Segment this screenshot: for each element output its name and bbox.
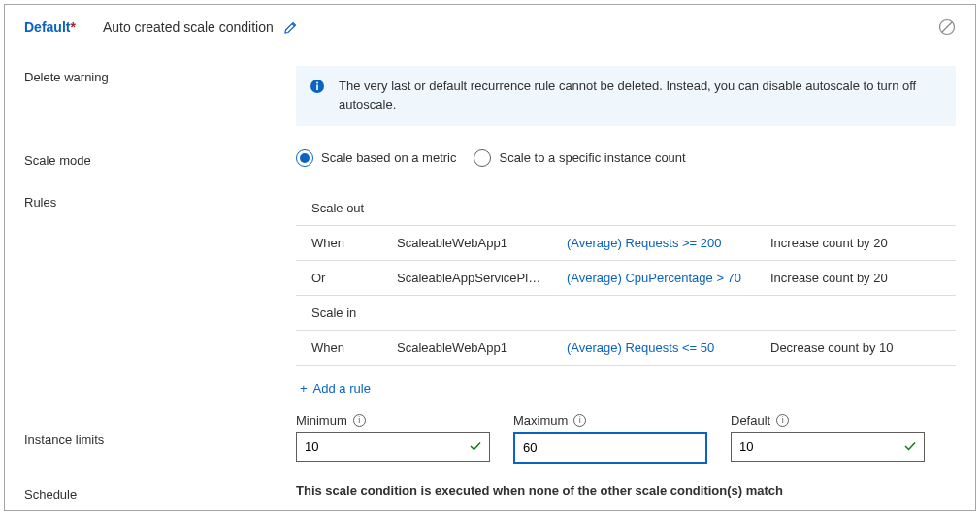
radio-scale-metric[interactable]: Scale based on a metric	[296, 149, 456, 167]
radio-label: Scale based on a metric	[321, 150, 456, 165]
scale-in-header: Scale in	[296, 296, 956, 331]
rules-table: Scale out When ScaleableWebApp1 (Average…	[296, 191, 956, 366]
rules-label: Rules	[24, 191, 296, 209]
info-banner: The very last or default recurrence rule…	[296, 66, 956, 126]
info-banner-text: The very last or default recurrence rule…	[339, 79, 916, 112]
rule-metric-link[interactable]: (Average) Requests <= 50	[567, 340, 770, 355]
rule-metric-link[interactable]: (Average) CpuPercentage > 70	[567, 271, 770, 285]
rule-action: Increase count by 20	[770, 236, 940, 250]
maximum-label: Maximum	[513, 413, 568, 428]
instance-limits-label: Instance limits	[24, 413, 296, 447]
table-row[interactable]: When ScaleableWebApp1 (Average) Requests…	[296, 331, 956, 366]
rules-row: Rules Scale out When ScaleableWebApp1 (A…	[5, 191, 975, 407]
scale-mode-label: Scale mode	[24, 149, 296, 168]
rule-resource: ScaleableWebApp1	[397, 236, 567, 250]
rule-metric-link[interactable]: (Average) Requests >= 200	[567, 236, 770, 250]
svg-point-3	[316, 82, 318, 84]
rule-action: Increase count by 20	[770, 271, 940, 285]
add-rule-label: Add a rule	[313, 381, 371, 396]
delete-warning-label: Delete warning	[24, 66, 296, 84]
schedule-row: Schedule This scale condition is execute…	[5, 483, 975, 501]
radio-scale-instance[interactable]: Scale to a specific instance count	[474, 149, 685, 167]
limit-minimum: Minimum i	[296, 413, 490, 464]
default-label: Default	[731, 413, 770, 428]
panel-header: Default* Auto created scale condition	[5, 5, 975, 48]
table-row[interactable]: Or ScaleableAppServicePl… (Average) CpuP…	[296, 261, 956, 296]
edit-icon[interactable]	[283, 19, 299, 35]
panel-body: Delete warning The very last or default …	[5, 48, 975, 501]
schedule-label: Schedule	[24, 483, 296, 501]
check-icon	[469, 439, 482, 453]
plus-icon: +	[300, 381, 308, 396]
rule-condition: Or	[311, 271, 397, 285]
limit-maximum: Maximum i	[513, 413, 707, 464]
delete-warning-row: Delete warning The very last or default …	[5, 66, 975, 126]
info-icon[interactable]: i	[776, 414, 789, 427]
required-indicator: *	[70, 19, 75, 35]
limits-group: Minimum i Maximum i	[296, 413, 956, 464]
block-icon[interactable]	[938, 18, 956, 36]
scale-mode-radio-group: Scale based on a metric Scale to a speci…	[296, 149, 956, 167]
limit-default: Default i	[731, 413, 925, 464]
info-icon[interactable]: i	[573, 414, 586, 427]
info-icon[interactable]: i	[353, 414, 366, 427]
condition-subtitle: Auto created scale condition	[103, 19, 274, 35]
info-icon	[310, 79, 325, 94]
default-input[interactable]	[731, 432, 925, 462]
radio-label: Scale to a specific instance count	[499, 150, 685, 165]
scale-out-header: Scale out	[296, 191, 956, 226]
radio-dot-icon	[474, 149, 491, 167]
rule-resource: ScaleableWebApp1	[397, 340, 567, 355]
rule-action: Decrease count by 10	[770, 340, 940, 355]
rule-condition: When	[311, 340, 397, 355]
scale-mode-row: Scale mode Scale based on a metric Scale…	[5, 149, 975, 168]
minimum-input[interactable]	[296, 432, 490, 462]
scale-condition-panel: Default* Auto created scale condition De…	[4, 4, 976, 511]
radio-dot-icon	[296, 149, 313, 167]
minimum-label: Minimum	[296, 413, 347, 428]
svg-line-1	[942, 22, 952, 32]
condition-title[interactable]: Default*	[24, 19, 76, 35]
instance-limits-row: Instance limits Minimum i	[5, 413, 975, 464]
rule-condition: When	[311, 236, 397, 250]
maximum-input[interactable]	[513, 432, 707, 464]
check-icon	[903, 439, 917, 453]
schedule-text: This scale condition is executed when no…	[296, 483, 783, 498]
rule-resource: ScaleableAppServicePl…	[397, 271, 567, 285]
add-rule-button[interactable]: + Add a rule	[296, 366, 956, 407]
svg-rect-4	[316, 85, 318, 91]
table-row[interactable]: When ScaleableWebApp1 (Average) Requests…	[296, 226, 956, 261]
